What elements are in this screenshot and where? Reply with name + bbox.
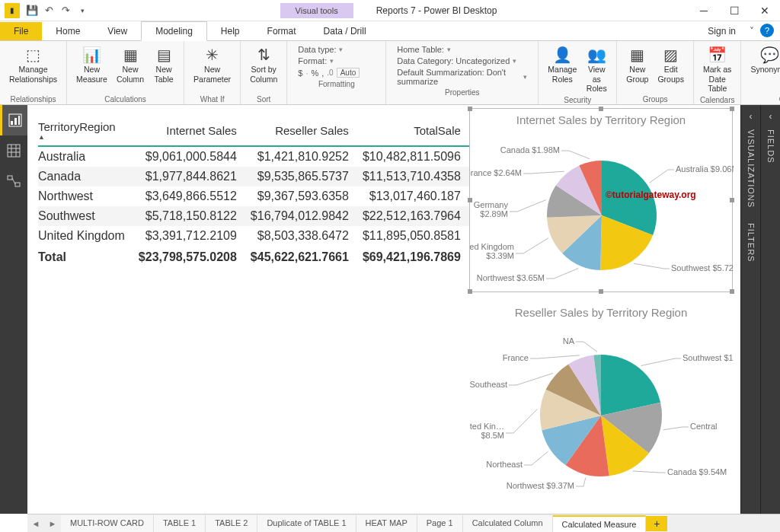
minimize-button[interactable]: ─: [689, 0, 719, 21]
table-visual[interactable]: TerritoryRegion▲Internet SalesReseller S…: [38, 116, 475, 267]
sort-by-column-button[interactable]: ⇅Sort by Column: [247, 43, 280, 85]
total-cell: $23,798,575.0208: [139, 246, 251, 267]
total-cell: $69,421,196.7869: [363, 246, 475, 267]
page-tab[interactable]: HEAT MAP: [356, 515, 417, 532]
percent-button[interactable]: %: [312, 68, 319, 78]
page-tab[interactable]: Duplicate of TABLE 1: [257, 515, 356, 532]
fields-pane[interactable]: ‹ FIELDS: [760, 105, 780, 514]
window-controls: ─ ☐ ✕: [689, 0, 780, 21]
manage-roles-button[interactable]: 👤Manage Roles: [545, 43, 580, 85]
pie-label: NA: [563, 336, 575, 346]
column-header[interactable]: Internet Sales: [139, 116, 251, 146]
tab-view[interactable]: View: [94, 22, 141, 40]
app-icon: ▮: [5, 3, 20, 18]
home-table-dropdown[interactable]: Home Table:▾: [397, 45, 527, 54]
help-icon[interactable]: ?: [760, 24, 774, 37]
comma-button[interactable]: ,: [321, 68, 324, 78]
add-page-button[interactable]: +: [646, 516, 667, 531]
pie-label: United Kingdom$3.39M: [470, 242, 514, 260]
page-tab[interactable]: Calculated Column: [463, 515, 553, 532]
svg-rect-2: [14, 118, 17, 125]
ribbon-group-calculations: 📊New Measure ▦New Column ▤New Table Calc…: [67, 41, 184, 104]
table-row[interactable]: Canada$1,977,844.8621$9,535,865.5737$11,…: [38, 167, 475, 186]
ribbon-group-qa: 💬Synonyms AあLingu Q&: [741, 41, 780, 104]
pie-label: United Kin…$8.5M: [469, 422, 504, 440]
ribbon-group-groups: ▦New Group ▨Edit Groups Groups: [617, 41, 694, 104]
chevron-left-icon: ‹: [750, 111, 753, 122]
new-table-button[interactable]: ▤New Table: [150, 43, 177, 85]
pie-label: Northwest $3.65M: [477, 273, 545, 282]
chart-title: Internet Sales by Territory Region: [470, 109, 732, 128]
ribbon-collapse-icon[interactable]: ˅: [743, 22, 760, 40]
report-canvas[interactable]: TerritoryRegion▲Internet SalesReseller S…: [27, 105, 740, 514]
column-header[interactable]: TotalSale: [363, 116, 475, 146]
mark-as-date-table-button[interactable]: 📅Mark as Date Table: [700, 43, 735, 95]
pie-chart-internet-sales[interactable]: ▽ ⤢ ⋯ Internet Sales by Territory Region…: [469, 108, 733, 292]
pie-chart-reseller-sales[interactable]: Reseller Sales by Territory Region South…: [469, 301, 733, 501]
pie-label: Northeast: [486, 460, 523, 469]
column-header[interactable]: Reseller Sales: [251, 116, 363, 146]
table-row[interactable]: Southwest$5,718,150.8122$16,794,012.9842…: [38, 206, 475, 226]
decimals-spinner[interactable]: Auto: [337, 68, 360, 78]
table-row[interactable]: Australia$9,061,000.5844$1,421,810.9252$…: [38, 146, 475, 167]
page-tab[interactable]: MULTI-ROW CARD: [61, 515, 154, 532]
page-tab[interactable]: TABLE 1: [154, 515, 206, 532]
pie-label: Southwest $16.79M: [682, 353, 733, 362]
data-type-dropdown[interactable]: Data type:▾: [298, 45, 375, 54]
table-row[interactable]: Northwest$3,649,866.5512$9,367,593.6358$…: [38, 186, 475, 206]
currency-button[interactable]: $: [298, 68, 302, 78]
redo-icon[interactable]: ↷: [59, 5, 72, 17]
new-column-button[interactable]: ▦New Column: [113, 43, 147, 85]
report-view-icon[interactable]: [0, 105, 27, 135]
format-dropdown[interactable]: Format:▾: [298, 56, 375, 65]
pie-label: Southwest $5.72M: [671, 263, 734, 272]
model-view-icon[interactable]: [0, 166, 27, 196]
page-tab[interactable]: Calculated Measure: [553, 515, 647, 532]
pie-label: Central: [690, 422, 717, 431]
sign-in-link[interactable]: Sign in: [700, 22, 743, 40]
tab-help[interactable]: Help: [207, 22, 254, 40]
chart-title: Reseller Sales by Territory Region: [469, 301, 733, 320]
save-icon[interactable]: 💾: [26, 5, 38, 17]
window-title: Reports 7 - Power BI Desktop: [376, 5, 497, 16]
ribbon-group-calendars: 📅Mark as Date Table Calendars: [694, 41, 742, 104]
ribbon-group-whatif: ✳New Parameter What If: [184, 41, 241, 104]
ribbon-group-relationships: ⬚Manage Relationships Relationships: [0, 41, 67, 104]
new-measure-button[interactable]: 📊New Measure: [73, 43, 110, 85]
maximize-button[interactable]: ☐: [719, 0, 750, 21]
new-group-button[interactable]: ▦New Group: [623, 43, 651, 85]
pie-label: Germany$2.89M: [474, 200, 509, 218]
file-menu[interactable]: File: [0, 22, 42, 40]
undo-icon[interactable]: ↶: [43, 5, 55, 17]
page-tab[interactable]: Page 1: [417, 515, 463, 532]
tabs-scroll-right[interactable]: ►: [44, 515, 61, 532]
tab-modeling[interactable]: Modeling: [141, 21, 207, 41]
table-row[interactable]: United Kingdom$3,391,712.2109$8,503,338.…: [38, 226, 475, 246]
svg-rect-9: [8, 176, 12, 180]
qat-more-icon[interactable]: ▾: [76, 5, 88, 17]
view-as-roles-button[interactable]: 👥View as Roles: [583, 43, 610, 95]
default-summarization-dropdown[interactable]: Default Summarization: Don't summarize▾: [397, 68, 527, 86]
svg-line-11: [12, 178, 15, 184]
svg-rect-3: [18, 116, 20, 125]
quick-access-toolbar: 💾 ↶ ↷ ▾: [26, 5, 88, 17]
visualizations-pane[interactable]: ‹ VISUALIZATIONS FILTERS: [740, 105, 760, 514]
page-tab[interactable]: TABLE 2: [206, 515, 257, 532]
ribbon-group-properties: Home Table:▾ Data Category: Uncategorize…: [386, 41, 539, 104]
pie-label: France: [503, 353, 529, 362]
data-category-dropdown[interactable]: Data Category: Uncategorized▾: [397, 56, 527, 65]
menu-tabs: File Home View Modeling Help Format Data…: [0, 21, 780, 41]
manage-relationships-button[interactable]: ⬚Manage Relationships: [6, 43, 60, 85]
data-view-icon[interactable]: [0, 135, 27, 166]
tabs-scroll-left[interactable]: ◄: [27, 515, 44, 532]
right-panes: ‹ VISUALIZATIONS FILTERS ‹ FIELDS: [740, 105, 780, 514]
tab-home[interactable]: Home: [42, 22, 94, 40]
pie-label: Canada $1.98M: [500, 145, 560, 155]
new-parameter-button[interactable]: ✳New Parameter: [190, 43, 234, 85]
close-button[interactable]: ✕: [750, 0, 780, 21]
synonyms-button[interactable]: 💬Synonyms: [747, 43, 780, 76]
tab-format[interactable]: Format: [254, 22, 310, 40]
edit-groups-button[interactable]: ▨Edit Groups: [654, 43, 686, 85]
column-header[interactable]: TerritoryRegion▲: [38, 116, 139, 146]
tab-data-drill[interactable]: Data / Drill: [310, 22, 380, 40]
